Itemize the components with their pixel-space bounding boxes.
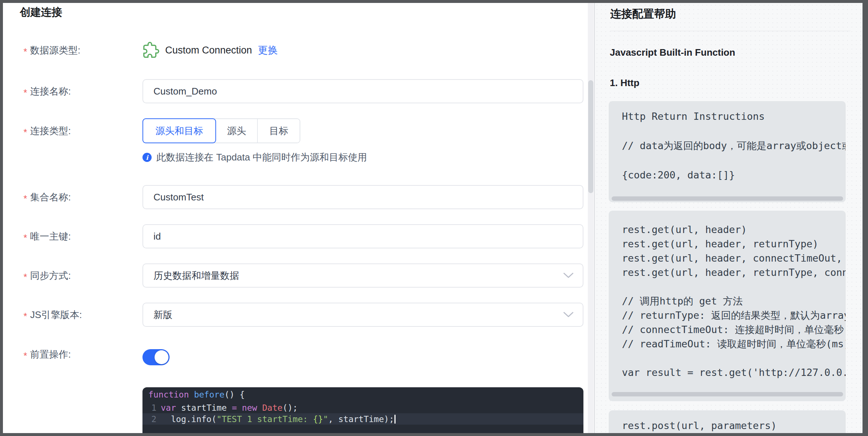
code-line [622, 280, 846, 294]
help-code-block-2: rest.get(url, header)rest.get(url, heade… [609, 211, 846, 401]
sync-mode-select[interactable]: 历史数据和增量数据 [142, 263, 583, 288]
chevron-down-icon [563, 272, 574, 279]
code-line [622, 124, 846, 138]
code-line: rest.post(url, parameters) [622, 418, 846, 433]
editor-header-line: function before() { [142, 387, 583, 402]
editor-line: 1 var startTime = new Date(); [142, 402, 583, 413]
datasource-type-label: * 数据源类型: [23, 43, 80, 58]
code-line: // 调用http的 get 方法 [622, 294, 846, 308]
collection-name-input[interactable] [142, 185, 583, 209]
line-number: 1 [142, 403, 161, 413]
connection-type-group: 源头和目标 源头 目标 [142, 118, 300, 143]
code-editor[interactable]: function before() { 1 var startTime = ne… [142, 387, 583, 436]
info-icon: i [142, 153, 152, 162]
code-line: Http Return Instructions [622, 109, 846, 124]
code-line: // returnType: 返回的结果类型，默认为array [622, 308, 846, 322]
code-line: {code:200, data:[]} [622, 168, 846, 182]
connection-type-hint: i 此数据连接在 Tapdata 中能同时作为源和目标使用 [142, 151, 367, 164]
page-title: 创建连接 [20, 5, 62, 20]
type-option-target[interactable]: 目标 [257, 119, 300, 143]
editor-line-active: 2 log.info("TEST 1 startTime: {}", start… [142, 413, 583, 425]
help-sub-heading: 1. Http [610, 77, 639, 89]
change-datasource-link[interactable]: 更换 [258, 44, 278, 57]
create-connection-panel [3, 3, 594, 433]
connection-type-label: * 连接类型: [23, 123, 71, 138]
connection-name-input[interactable] [142, 79, 583, 103]
datasource-name: Custom Connection [165, 45, 252, 56]
code-line: // data为返回的body，可能是array或object或 [622, 138, 846, 153]
help-code-block-1: Http Return Instructions// data为返回的body，… [609, 101, 846, 202]
sync-mode-value: 历史数据和增量数据 [153, 269, 563, 282]
horizontal-scrollbar[interactable] [612, 196, 843, 201]
datasource-type-value: Custom Connection 更换 [142, 41, 278, 60]
text-caret [394, 415, 396, 424]
help-section-heading: Javascript Built-in Function [610, 47, 735, 58]
puzzle-icon [142, 42, 159, 59]
chevron-down-icon [563, 311, 574, 318]
toggle-knob [155, 350, 168, 364]
left-scrollbar-thumb[interactable] [588, 80, 593, 193]
code-line: rest.get(url, header, returnType) [622, 237, 846, 251]
pre-op-toggle[interactable] [142, 349, 170, 365]
code-line: rest.get(url, header) [622, 222, 846, 237]
primary-key-input[interactable] [142, 224, 583, 248]
type-option-source-and-target[interactable]: 源头和目标 [142, 118, 216, 143]
js-engine-label: * JS引擎版本: [23, 307, 82, 322]
left-scrollbar-track [588, 3, 594, 433]
collection-name-label: * 集合名称: [23, 190, 71, 204]
line-number: 2 [142, 414, 161, 424]
help-divider [610, 31, 850, 31]
code-line [622, 351, 846, 365]
horizontal-scrollbar[interactable] [612, 392, 843, 396]
primary-key-label: * 唯一主键: [23, 229, 71, 244]
code-line [622, 153, 846, 168]
code-line: // readTimeOut: 读取超时时间，单位毫秒(ms) [622, 337, 846, 351]
help-code-block-3: rest.post(url, parameters) [609, 410, 846, 436]
js-engine-select[interactable]: 新版 [142, 303, 583, 327]
required-asterisk: * [23, 47, 27, 56]
type-option-source[interactable]: 源头 [216, 119, 257, 143]
help-panel-title: 连接配置帮助 [610, 7, 676, 22]
code-line: rest.get(url, header, connectTimeOut, [622, 251, 846, 265]
js-engine-value: 新版 [153, 308, 563, 321]
code-line: rest.get(url, header, returnType, conne [622, 265, 846, 280]
code-line: var result = rest.get('http://127.0.0. [622, 365, 846, 380]
pre-op-label: * 前置操作: [23, 347, 71, 362]
connection-name-label: * 连接名称: [23, 84, 71, 99]
code-line: // connectTimeOut: 连接超时时间，单位毫秒( [622, 322, 846, 337]
panel-divider [594, 3, 595, 433]
sync-mode-label: * 同步方式: [23, 268, 71, 283]
